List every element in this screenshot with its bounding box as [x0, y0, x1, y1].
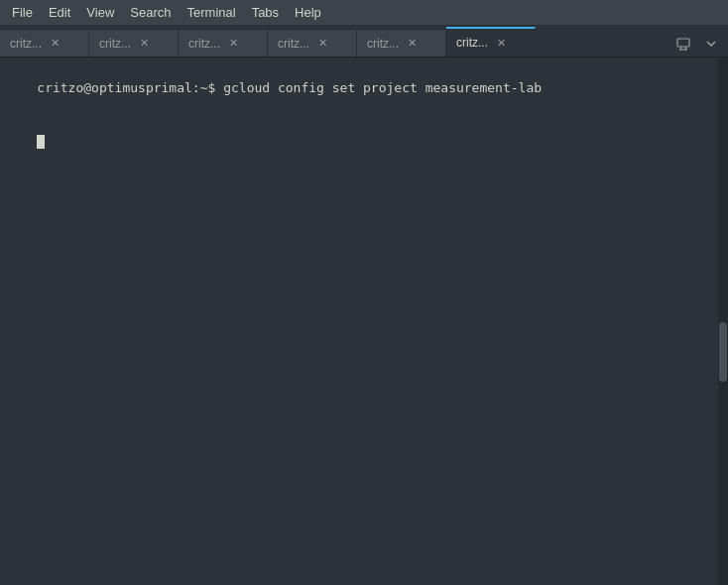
menu-help[interactable]: Help: [287, 3, 329, 22]
screen-icon: [675, 36, 691, 52]
tab-4-close[interactable]: ✕: [315, 37, 329, 51]
terminal-cursor-line: [6, 115, 722, 169]
terminal-cursor: [37, 135, 45, 149]
tab-2-label: critz...: [99, 37, 131, 51]
tab-3[interactable]: critz... ✕: [179, 29, 268, 57]
menubar: File Edit View Search Terminal Tabs Help: [0, 0, 728, 26]
terminal-command: gcloud config set project measurement-la…: [223, 80, 542, 95]
tab-3-label: critz...: [188, 37, 220, 51]
menu-edit[interactable]: Edit: [41, 3, 78, 22]
menu-tabs[interactable]: Tabs: [244, 3, 287, 22]
menu-view[interactable]: View: [78, 3, 122, 22]
tab-5[interactable]: critz... ✕: [357, 29, 446, 57]
tab-3-close[interactable]: ✕: [226, 37, 240, 51]
chevron-down-icon: [705, 38, 717, 50]
menu-search[interactable]: Search: [122, 3, 179, 22]
terminal-command-line: critzo@optimusprimal:~$ gcloud config se…: [6, 61, 722, 115]
tab-5-label: critz...: [367, 37, 399, 51]
tabbar: critz... ✕ critz... ✕ critz... ✕ critz..…: [0, 26, 728, 58]
tab-1-label: critz...: [10, 37, 42, 51]
scrollbar-thumb[interactable]: [719, 322, 727, 382]
tab-4[interactable]: critz... ✕: [268, 29, 357, 57]
tab-4-label: critz...: [278, 37, 309, 51]
terminal-area[interactable]: critzo@optimusprimal:~$ gcloud config se…: [0, 58, 728, 585]
tab-6-label: critz...: [456, 36, 488, 50]
tab-5-close[interactable]: ✕: [405, 37, 419, 51]
tab-actions: [670, 31, 728, 57]
tab-1[interactable]: critz... ✕: [0, 29, 89, 57]
menu-file[interactable]: File: [4, 3, 41, 22]
terminal-prompt: critzo@optimusprimal:~$: [37, 80, 223, 95]
tab-6-close[interactable]: ✕: [494, 36, 508, 50]
svg-rect-0: [677, 39, 689, 47]
tab-6-active[interactable]: critz... ✕: [446, 27, 536, 57]
new-tab-button[interactable]: [670, 31, 696, 57]
scrollbar[interactable]: [718, 58, 728, 585]
menu-terminal[interactable]: Terminal: [180, 3, 244, 22]
tab-2-close[interactable]: ✕: [137, 37, 151, 51]
tab-dropdown-button[interactable]: [698, 31, 724, 57]
tab-2[interactable]: critz... ✕: [89, 29, 179, 57]
tab-1-close[interactable]: ✕: [48, 37, 61, 51]
